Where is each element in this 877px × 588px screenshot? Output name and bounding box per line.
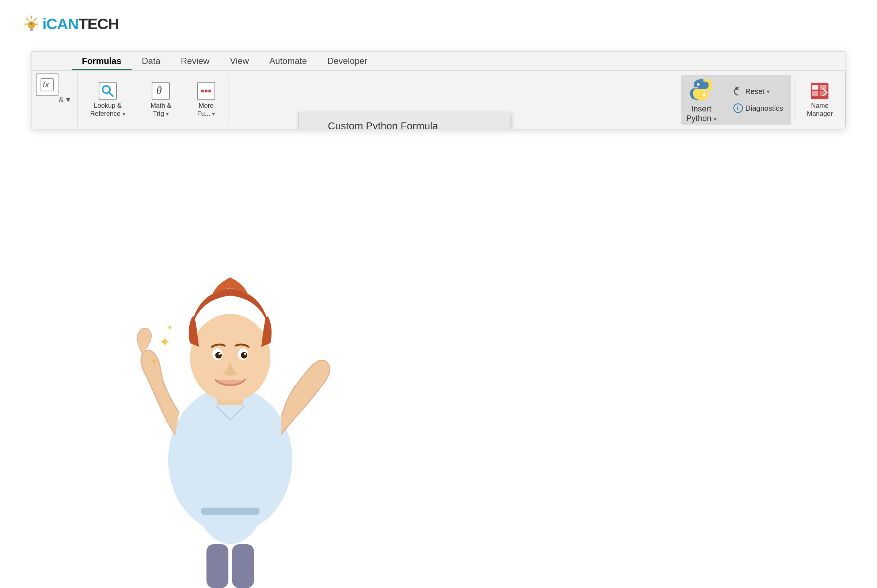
svg-rect-25 xyxy=(812,85,819,90)
svg-line-3 xyxy=(34,19,36,21)
python-section: Insert Python ▾ Reset ▾ xyxy=(681,75,791,124)
diagnostics-label: Diagnostics xyxy=(745,104,783,112)
svg-rect-40 xyxy=(232,544,254,588)
ribbon-tabs: Formulas Data Review View Automate Devel… xyxy=(31,51,846,70)
lookup-label: Lookup & Reference ▾ xyxy=(90,102,125,118)
name-manager-icon xyxy=(810,81,829,100)
partial-icon: fx xyxy=(36,74,58,96)
python-icon-large xyxy=(688,76,714,103)
group-lookup: Lookup & Reference ▾ xyxy=(78,74,138,126)
svg-rect-38 xyxy=(201,508,259,515)
svg-point-34 xyxy=(215,352,222,358)
reset-label: Reset xyxy=(745,87,765,96)
logo-text: iCANTECH xyxy=(42,15,119,33)
math-button[interactable]: θ Math & Trig ▾ xyxy=(147,79,175,120)
custom-python-formula-item[interactable]: Custom Python Formula xyxy=(298,112,510,129)
insert-python-button[interactable]: Insert Python ▾ xyxy=(686,76,717,123)
reset-icon xyxy=(733,86,743,96)
more-label: More Fu... ▾ xyxy=(197,102,215,118)
partial-side-btns: & ▾ xyxy=(58,74,73,126)
tab-data[interactable]: Data xyxy=(132,51,171,70)
svg-point-21 xyxy=(703,93,706,96)
svg-text:✦: ✦ xyxy=(166,323,173,332)
svg-text:fx: fx xyxy=(43,80,49,89)
svg-rect-39 xyxy=(207,544,228,588)
name-manager-label: Name Manager xyxy=(807,102,833,118)
tab-formulas[interactable]: Formulas xyxy=(72,51,132,70)
math-icon: θ xyxy=(151,81,170,100)
lookup-button[interactable]: Lookup & Reference ▾ xyxy=(87,79,129,120)
diagnostics-icon: i xyxy=(733,103,743,113)
more-button[interactable]: More Fu... ▾ xyxy=(193,79,219,120)
name-manager-button[interactable]: Name Manager xyxy=(803,79,837,120)
svg-point-20 xyxy=(697,83,700,86)
logo-tech: TECH xyxy=(79,15,119,33)
character-illustration: ✦ ✦ ✦ xyxy=(102,186,358,588)
logo: iCANTECH xyxy=(22,15,119,34)
svg-text:✦: ✦ xyxy=(159,334,171,350)
logo-i: i xyxy=(42,15,46,33)
svg-point-31 xyxy=(190,314,270,402)
tab-review[interactable]: Review xyxy=(171,51,220,70)
svg-point-17 xyxy=(201,90,204,93)
group-more: More Fu... ▾ xyxy=(184,74,228,126)
svg-text:i: i xyxy=(737,105,739,111)
group-name-manager: Name Manager xyxy=(795,74,846,126)
partial-group: fx & ▾ xyxy=(31,74,78,126)
svg-point-7 xyxy=(30,29,33,31)
svg-text:θ: θ xyxy=(156,84,162,96)
svg-point-18 xyxy=(205,90,208,93)
lookup-icon xyxy=(98,81,117,100)
svg-point-35 xyxy=(241,352,247,358)
group-math: θ Math & Trig ▾ xyxy=(138,74,184,126)
partial-amp: & ▾ xyxy=(58,95,70,105)
diagnostics-button[interactable]: i Diagnostics xyxy=(730,102,786,115)
separator-1 xyxy=(678,76,678,123)
tab-view[interactable]: View xyxy=(220,51,259,70)
logo-icon xyxy=(22,15,41,34)
svg-text:✦: ✦ xyxy=(150,356,158,367)
logo-can: CAN xyxy=(46,15,79,33)
svg-point-37 xyxy=(244,352,246,355)
svg-line-4 xyxy=(27,19,28,21)
tab-automate[interactable]: Automate xyxy=(259,51,317,70)
python-side-buttons: Reset ▾ i Diagnostics xyxy=(724,85,786,115)
python-label: Insert Python ▾ xyxy=(686,104,717,123)
ribbon-container: Formulas Data Review View Automate Devel… xyxy=(31,51,846,129)
svg-point-8 xyxy=(30,22,33,25)
reset-button[interactable]: Reset ▾ xyxy=(730,85,786,98)
svg-point-36 xyxy=(219,352,221,355)
tab-developer[interactable]: Developer xyxy=(317,51,378,70)
more-icon xyxy=(196,81,216,100)
dropdown-menu: Custom Python Formula Explore Python Sam… xyxy=(298,112,510,129)
partial-section: fx & ▾ xyxy=(36,74,73,126)
svg-rect-27 xyxy=(812,91,819,96)
svg-rect-11 xyxy=(99,82,117,100)
svg-point-19 xyxy=(208,90,211,93)
reset-chevron: ▾ xyxy=(767,88,769,95)
math-label: Math & Trig ▾ xyxy=(151,102,171,118)
